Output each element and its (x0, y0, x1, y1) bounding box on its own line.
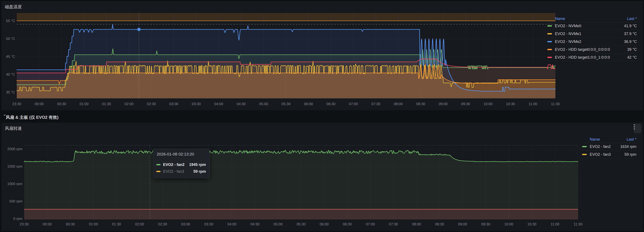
legend-series-name[interactable]: EVO2 - HDD target1:0:0_1:0:0:0 (555, 55, 610, 60)
legend-series-name[interactable]: EVO2 - NVMe1 (555, 32, 581, 36)
legend-series-last-value: 39 °C (627, 47, 638, 52)
svg-text:02:00: 02:00 (135, 222, 144, 226)
kebab-icon (634, 124, 635, 130)
legend-series-name[interactable]: EVO2 - NVMe2 (555, 40, 581, 44)
svg-text:00:00: 00:00 (43, 222, 52, 226)
svg-text:0 rpm: 0 rpm (13, 217, 22, 221)
svg-text:04:30: 04:30 (237, 102, 246, 106)
tooltip-series-value: 1945 rpm (185, 163, 206, 167)
svg-text:23:30: 23:30 (20, 222, 29, 226)
series-swatch (547, 25, 552, 27)
svg-text:03:00: 03:00 (170, 102, 178, 106)
section-title[interactable]: 风扇 & 主板 (仅 EVO2 有效) (6, 114, 58, 120)
svg-text:05:30: 05:30 (297, 222, 306, 226)
legend-row[interactable]: EVO2 - NVMe041.9 °C (547, 22, 638, 30)
svg-text:07:30: 07:30 (389, 222, 398, 226)
legend-series-name[interactable]: EVO2 - fan3 (590, 152, 611, 157)
svg-text:1500 rpm: 1500 rpm (7, 164, 22, 168)
panel-menu-button[interactable] (634, 124, 641, 133)
legend-series-name[interactable]: EVO2 - NVMe0 (555, 24, 581, 28)
legend-series-last-value: 1634 rpm (620, 145, 637, 149)
disk-temp-legend: NameLast *EVO2 - NVMe041.9 °CEVO2 - NVMe… (547, 16, 638, 61)
svg-text:09:00: 09:00 (439, 102, 448, 106)
legend-col-name[interactable]: Name (582, 137, 600, 142)
svg-text:08:00: 08:00 (394, 102, 403, 106)
panel-title-fan-speed: 风扇转速 (5, 126, 22, 131)
legend-row[interactable]: EVO2 - HDD target1:0:0_1:0:0:042 °C (547, 54, 638, 61)
series-swatch (547, 41, 552, 42)
legend-series-last-value: 42 °C (627, 55, 638, 60)
svg-text:07:00: 07:00 (366, 222, 375, 226)
legend-series-last-value: 59 rpm (624, 152, 637, 157)
legend-series-name[interactable]: EVO2 - HDD target0:0:0_0:0:0:0 (555, 47, 610, 52)
legend-row[interactable]: EVO2 - NVMe137.9 °C (547, 30, 638, 38)
svg-text:06:30: 06:30 (326, 102, 336, 106)
svg-text:00:30: 00:30 (66, 222, 75, 226)
series-swatch (582, 146, 587, 147)
svg-text:2000 rpm: 2000 rpm (7, 147, 22, 151)
svg-text:07:30: 07:30 (371, 102, 380, 106)
legend-series-last-value: 41.9 °C (624, 24, 638, 28)
svg-text:01:00: 01:00 (89, 222, 98, 226)
svg-text:00:30: 00:30 (57, 102, 66, 106)
legend-col-name[interactable]: Name (547, 17, 565, 21)
svg-text:05:00: 05:00 (259, 102, 268, 106)
series-swatch (156, 164, 160, 165)
svg-text:40 °C: 40 °C (6, 72, 15, 76)
svg-text:10:30: 10:30 (506, 102, 515, 106)
svg-text:06:00: 06:00 (320, 222, 329, 226)
svg-text:06:30: 06:30 (343, 222, 352, 226)
series-swatch (547, 49, 552, 50)
svg-text:09:00: 09:00 (458, 222, 467, 226)
svg-text:05:30: 05:30 (282, 102, 291, 106)
svg-text:06:00: 06:00 (304, 102, 313, 106)
chart-tooltip: 2026-01-08 02:13:20 EVO2 - fan2 1945 rpm… (153, 149, 210, 178)
svg-text:11:30: 11:30 (551, 102, 560, 106)
series-swatch (547, 57, 552, 58)
svg-text:04:30: 04:30 (250, 222, 260, 226)
fan-speed-legend: NameLast *EVO2 - fan21634 rpmEVO2 - fan3… (582, 136, 637, 159)
legend-row[interactable]: EVO2 - HDD target0:0:0_0:0:0:039 °C (547, 46, 638, 54)
svg-text:08:00: 08:00 (412, 222, 421, 226)
svg-text:01:00: 01:00 (80, 102, 89, 106)
svg-text:11:30: 11:30 (574, 222, 582, 226)
panel-fan-speed: 风扇转速 2000 rpm1500 rpm1000 rpm500 rpm0 rp… (2, 123, 643, 231)
panel-title-disk-temperature: 磁盘温度 (5, 4, 22, 10)
svg-text:02:30: 02:30 (147, 102, 156, 106)
tooltip-series-name: EVO2 - fan2 (163, 163, 184, 167)
legend-series-last-value: 36.9 °C (624, 40, 638, 44)
fan-speed-chart[interactable]: 2000 rpm1500 rpm1000 rpm500 rpm0 rpm23:3… (2, 123, 643, 231)
svg-text:23:30: 23:30 (12, 102, 22, 106)
legend-series-last-value: 37.9 °C (624, 32, 638, 36)
series-swatch (582, 154, 587, 155)
legend-row[interactable]: EVO2 - NVMe236.9 °C (547, 38, 638, 46)
svg-text:09:30: 09:30 (461, 102, 470, 106)
svg-text:04:00: 04:00 (214, 102, 223, 106)
svg-text:01:30: 01:30 (102, 102, 111, 106)
svg-text:02:30: 02:30 (158, 222, 167, 226)
svg-text:07:00: 07:00 (349, 102, 358, 106)
svg-text:11:00: 11:00 (529, 102, 537, 106)
svg-text:10:30: 10:30 (527, 222, 536, 226)
svg-text:03:30: 03:30 (204, 222, 213, 226)
series-swatch (547, 33, 552, 34)
section-fan-motherboard[interactable]: 风扇 & 主板 (仅 EVO2 有效) (3, 113, 58, 121)
svg-text:35 °C: 35 °C (6, 90, 15, 94)
svg-text:10:00: 10:00 (504, 222, 514, 226)
svg-text:00:00: 00:00 (35, 102, 44, 106)
legend-col-last[interactable]: Last * (627, 17, 638, 21)
svg-text:04:00: 04:00 (227, 222, 236, 226)
legend-series-name[interactable]: EVO2 - fan2 (590, 145, 611, 149)
legend-row[interactable]: EVO2 - fan21634 rpm (582, 143, 637, 151)
svg-text:500 rpm: 500 rpm (9, 199, 22, 203)
svg-text:03:00: 03:00 (181, 222, 190, 226)
legend-col-last[interactable]: Last * (626, 137, 637, 142)
svg-text:50 °C: 50 °C (6, 37, 15, 41)
legend-row[interactable]: EVO2 - fan359 rpm (582, 151, 637, 159)
panel-disk-temperature: 磁盘温度 55 °C50 °C45 °C40 °C35 °C23:3000:00… (2, 1, 643, 110)
tooltip-row-fan2: EVO2 - fan2 1945 rpm (156, 161, 206, 168)
svg-text:08:30: 08:30 (435, 222, 444, 226)
tooltip-timestamp: 2026-01-08 02:13:20 (157, 152, 206, 157)
dashboard: 磁盘温度 55 °C50 °C45 °C40 °C35 °C23:3000:00… (0, 0, 644, 232)
svg-text:01:30: 01:30 (112, 222, 121, 226)
